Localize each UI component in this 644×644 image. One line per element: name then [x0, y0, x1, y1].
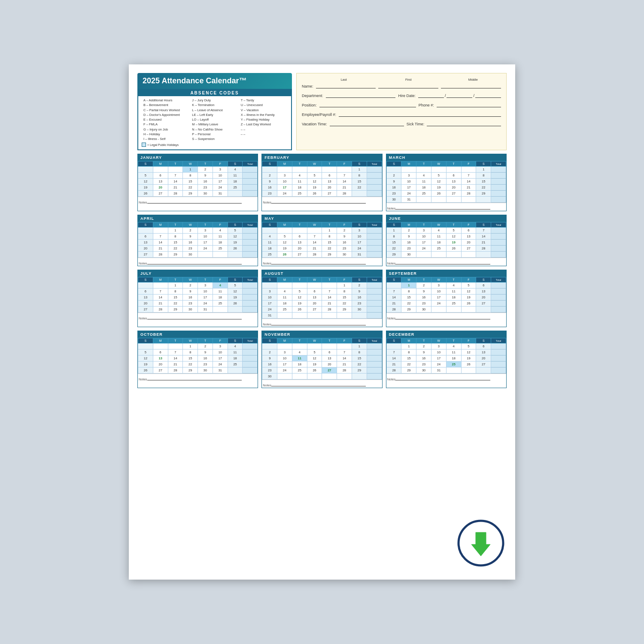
calendar-day[interactable]: 1: [337, 283, 352, 289]
calendar-day[interactable]: 23: [416, 361, 431, 368]
notes-underline-field[interactable]: [271, 381, 366, 386]
calendar-day[interactable]: 4: [228, 343, 243, 349]
calendar-day[interactable]: 5: [277, 234, 292, 240]
calendar-day[interactable]: 25: [228, 361, 243, 368]
calendar-day[interactable]: 29: [183, 191, 198, 197]
calendar-day[interactable]: 30: [262, 374, 277, 380]
calendar-day[interactable]: 4: [228, 167, 243, 173]
calendar-day[interactable]: 7: [153, 234, 168, 240]
calendar-day[interactable]: 28: [476, 246, 491, 252]
calendar-day[interactable]: 24: [352, 246, 367, 252]
calendar-day[interactable]: 21: [461, 185, 476, 191]
calendar-day[interactable]: 5: [228, 283, 243, 289]
calendar-day[interactable]: 26: [292, 307, 307, 313]
calendar-day[interactable]: 31: [262, 313, 277, 319]
calendar-day[interactable]: 28: [386, 368, 401, 374]
calendar-day[interactable]: 31: [401, 197, 416, 203]
calendar-day[interactable]: 22: [322, 246, 337, 252]
calendar-day[interactable]: 3: [213, 343, 228, 349]
calendar-day[interactable]: 25: [446, 361, 461, 368]
calendar-day[interactable]: 12: [431, 179, 447, 185]
calendar-day[interactable]: 9: [337, 234, 352, 240]
notes-underline-field[interactable]: [147, 314, 242, 319]
calendar-day[interactable]: 11: [292, 179, 307, 185]
calendar-day[interactable]: 5: [292, 289, 307, 295]
notes-underline-field[interactable]: [395, 259, 490, 264]
calendar-day[interactable]: 9: [416, 289, 431, 295]
calendar-day[interactable]: 30: [416, 368, 431, 374]
calendar-day[interactable]: 19: [431, 185, 447, 191]
vacation-field[interactable]: [330, 120, 404, 126]
calendar-day[interactable]: 5: [461, 283, 476, 289]
hire-year-field[interactable]: [475, 92, 501, 98]
calendar-day[interactable]: 24: [277, 368, 292, 374]
calendar-day[interactable]: 22: [168, 246, 183, 252]
phone-field[interactable]: [437, 101, 501, 107]
calendar-day[interactable]: 20: [307, 301, 322, 307]
calendar-day[interactable]: 28: [337, 191, 352, 197]
calendar-day[interactable]: 3: [213, 167, 228, 173]
calendar-day[interactable]: 27: [138, 252, 153, 258]
calendar-day[interactable]: 28: [153, 252, 168, 258]
calendar-day[interactable]: 26: [431, 191, 447, 197]
calendar-day[interactable]: 8: [168, 234, 183, 240]
calendar-day[interactable]: 1: [386, 228, 401, 234]
calendar-day[interactable]: 15: [476, 179, 491, 185]
calendar-day[interactable]: 19: [228, 295, 243, 301]
calendar-day[interactable]: 16: [262, 185, 277, 191]
calendar-day[interactable]: 20: [476, 295, 491, 301]
calendar-day[interactable]: 16: [386, 185, 401, 191]
calendar-day[interactable]: 9: [401, 234, 416, 240]
calendar-day[interactable]: 1: [476, 167, 491, 173]
calendar-day[interactable]: 10: [213, 349, 228, 355]
calendar-day[interactable]: 23: [198, 361, 213, 368]
hire-month-field[interactable]: [418, 92, 444, 98]
calendar-day[interactable]: 11: [446, 349, 461, 355]
first-name-field[interactable]: [378, 82, 438, 88]
calendar-day[interactable]: 11: [431, 234, 447, 240]
calendar-day[interactable]: 4: [213, 283, 228, 289]
calendar-day[interactable]: 18: [292, 185, 307, 191]
calendar-day[interactable]: 18: [213, 295, 228, 301]
calendar-day[interactable]: 5: [138, 349, 153, 355]
calendar-day[interactable]: 18: [446, 355, 461, 361]
calendar-day[interactable]: 2: [183, 283, 198, 289]
calendar-day[interactable]: 19: [292, 301, 307, 307]
calendar-day[interactable]: 29: [401, 307, 416, 313]
calendar-day[interactable]: 15: [183, 179, 198, 185]
calendar-day[interactable]: 14: [168, 179, 183, 185]
calendar-day[interactable]: 6: [307, 289, 322, 295]
calendar-day[interactable]: 17: [198, 240, 213, 246]
calendar-day[interactable]: 2: [386, 173, 401, 179]
calendar-day[interactable]: 13: [476, 349, 491, 355]
calendar-day[interactable]: 28: [386, 307, 401, 313]
calendar-day[interactable]: 1: [322, 228, 337, 234]
calendar-day[interactable]: 25: [292, 368, 307, 374]
calendar-day[interactable]: 16: [337, 240, 352, 246]
calendar-day[interactable]: 10: [401, 179, 416, 185]
calendar-day[interactable]: 3: [431, 343, 447, 349]
calendar-day[interactable]: 26: [307, 191, 322, 197]
calendar-day[interactable]: 11: [292, 355, 307, 361]
calendar-day[interactable]: 12: [461, 289, 476, 295]
calendar-day[interactable]: 12: [292, 295, 307, 301]
calendar-day[interactable]: 4: [431, 228, 447, 234]
calendar-day[interactable]: 18: [213, 240, 228, 246]
calendar-day[interactable]: 18: [416, 185, 431, 191]
calendar-day[interactable]: 9: [183, 289, 198, 295]
calendar-day[interactable]: 4: [213, 228, 228, 234]
calendar-day[interactable]: 3: [352, 228, 367, 234]
calendar-day[interactable]: 9: [198, 173, 213, 179]
calendar-day[interactable]: 11: [446, 289, 461, 295]
calendar-day[interactable]: 29: [337, 307, 352, 313]
calendar-day[interactable]: 10: [277, 355, 292, 361]
calendar-day[interactable]: 8: [183, 349, 198, 355]
calendar-day[interactable]: 13: [307, 295, 322, 301]
calendar-day[interactable]: 31: [431, 368, 447, 374]
calendar-day[interactable]: 26: [461, 301, 476, 307]
calendar-day[interactable]: 8: [183, 173, 198, 179]
calendar-day[interactable]: 8: [401, 349, 416, 355]
calendar-day[interactable]: 26: [446, 246, 461, 252]
calendar-day[interactable]: 22: [352, 185, 367, 191]
calendar-day[interactable]: 4: [277, 289, 292, 295]
